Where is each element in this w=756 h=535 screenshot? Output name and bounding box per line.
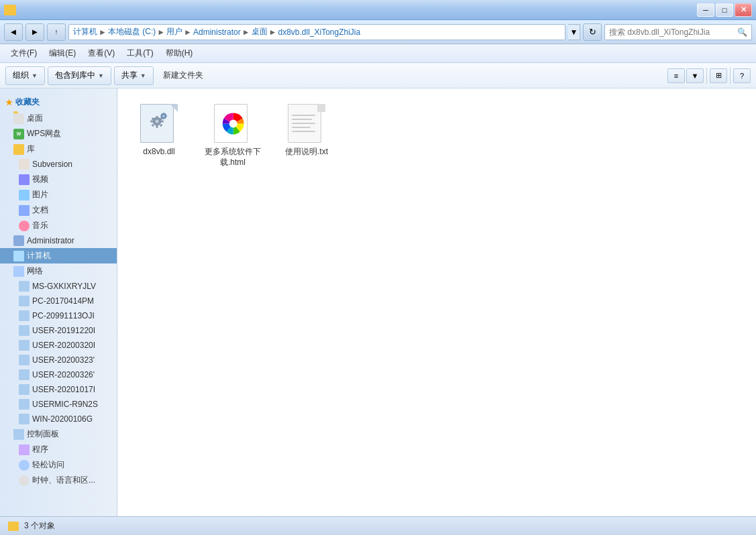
forward-button[interactable]: ► — [25, 23, 44, 41]
path-segment-admin[interactable]: Administrator — [193, 27, 241, 37]
sidebar-item-clock[interactable]: 时钟、语言和区... — [0, 473, 117, 488]
sidebar-item-control-panel[interactable]: 控制面板 — [0, 426, 117, 442]
file-item-html[interactable]: 更多系统软件下载.html — [199, 97, 266, 172]
include-library-button[interactable]: 包含到库中 ▼ — [48, 66, 111, 85]
sidebar-item-wps[interactable]: W WPS网盘 — [0, 126, 117, 141]
sidebar-item-win-2020[interactable]: WIN-20200106G — [0, 412, 117, 426]
help-button[interactable]: ? — [733, 68, 751, 83]
svg-point-11 — [163, 115, 165, 117]
file-grid: dx8vb.dll — [125, 97, 748, 172]
sidebar-item-user-20200320[interactable]: USER-20200320I — [0, 338, 117, 353]
html-icon-wrapper — [211, 101, 254, 144]
accessibility-label: 轻松访问 — [32, 459, 64, 471]
menu-view[interactable]: 查看(V) — [83, 46, 120, 61]
sidebar-item-user-20200326[interactable]: USER-20200326' — [0, 367, 117, 382]
dll-icon — [140, 103, 178, 143]
pane-toggle-button[interactable]: ⊞ — [710, 68, 727, 83]
control-panel-label: 控制面板 — [27, 428, 59, 440]
sidebar-item-docs[interactable]: 文档 — [0, 202, 117, 218]
video-label: 视频 — [32, 174, 48, 185]
txt-filename: 使用说明.txt — [285, 147, 328, 158]
video-icon — [19, 174, 30, 185]
html-filename: 更多系统软件下载.html — [205, 147, 261, 168]
docs-label: 文档 — [32, 204, 48, 216]
menu-file[interactable]: 文件(F) — [5, 46, 42, 61]
sidebar-item-user-20200323[interactable]: USER-20200323' — [0, 353, 117, 367]
share-button[interactable]: 共享 ▼ — [114, 66, 154, 85]
pc-2017-label: PC-20170414PM — [32, 296, 94, 306]
sidebar-item-video[interactable]: 视频 — [0, 172, 117, 187]
sidebar-item-pictures[interactable]: 图片 — [0, 187, 117, 202]
back-button[interactable]: ◄ — [4, 23, 23, 41]
sidebar-item-usermic[interactable]: USERMIC-R9N2S — [0, 397, 117, 412]
path-segment-computer[interactable]: 计算机 — [73, 26, 97, 38]
menu-tools[interactable]: 工具(T) — [121, 46, 158, 61]
control-panel-icon — [13, 429, 24, 440]
pc-2099-label: PC-20991113OJI — [32, 311, 95, 320]
sidebar-item-library[interactable]: 库 — [0, 141, 117, 157]
sidebar-item-pc-2099[interactable]: PC-20991113OJI — [0, 308, 117, 323]
up-button[interactable]: ↑ — [47, 23, 66, 41]
pictures-icon — [19, 190, 30, 200]
search-box[interactable]: 🔍 — [604, 24, 752, 40]
pc-icon-6 — [19, 355, 30, 365]
path-segment-drive[interactable]: 本地磁盘 (C:) — [108, 26, 156, 38]
share-dropdown-arrow: ▼ — [140, 72, 146, 79]
subversion-icon — [19, 159, 30, 170]
close-button[interactable]: ✕ — [735, 3, 752, 17]
search-input[interactable] — [609, 27, 735, 37]
menu-help[interactable]: 帮助(H) — [160, 46, 199, 61]
clock-label: 时钟、语言和区... — [32, 475, 95, 486]
title-bar: ─ □ ✕ — [0, 0, 756, 20]
sidebar-item-accessibility[interactable]: 轻松访问 — [0, 457, 117, 473]
sidebar-item-user-2019[interactable]: USER-20191220I — [0, 323, 117, 338]
menu-bar: 文件(F) 编辑(E) 查看(V) 工具(T) 帮助(H) — [0, 44, 756, 63]
status-bar: 3 个对象 — [0, 516, 756, 535]
address-dropdown-button[interactable]: ▼ — [568, 24, 580, 40]
sidebar-favorites-header[interactable]: ★ 收藏夹 — [0, 94, 117, 111]
address-path[interactable]: 计算机 ► 本地磁盘 (C:) ► 用户 ► Administrator ► 桌… — [68, 24, 565, 40]
toolbar-divider2 — [730, 68, 731, 84]
win-2020-label: WIN-20200106G — [32, 414, 93, 424]
refresh-button[interactable]: ↻ — [583, 23, 602, 41]
path-segment-folder[interactable]: dx8vb.dll_XiTongZhiJia — [278, 27, 360, 37]
organize-button[interactable]: 组织 ▼ — [5, 66, 45, 85]
path-segment-desktop[interactable]: 桌面 — [252, 26, 268, 38]
txt-fold — [317, 104, 325, 112]
maximize-button[interactable]: □ — [716, 3, 733, 17]
accessibility-icon — [19, 460, 30, 471]
organize-label: 组织 — [13, 70, 29, 81]
library-label: 库 — [27, 143, 35, 155]
clock-icon — [19, 475, 30, 486]
sidebar-item-subversion[interactable]: Subversion — [0, 157, 117, 172]
sidebar-item-music[interactable]: 音乐 — [0, 218, 117, 233]
network-label: 网络 — [27, 265, 43, 277]
sidebar-item-ms-gxk[interactable]: MS-GXKIXRYJLV — [0, 279, 117, 294]
new-folder-button[interactable]: 新建文件夹 — [156, 66, 210, 85]
dll-filename: dx8vb.dll — [143, 147, 174, 158]
minimize-button[interactable]: ─ — [697, 3, 714, 17]
title-bar-controls: ─ □ ✕ — [697, 3, 752, 17]
view-dropdown-button[interactable]: ▼ — [686, 68, 704, 83]
path-segment-users[interactable]: 用户 — [166, 26, 182, 38]
menu-edit[interactable]: 编辑(E) — [44, 46, 81, 61]
txt-lines — [292, 115, 315, 132]
pc-icon-3 — [19, 310, 30, 321]
file-item-txt[interactable]: 使用说明.txt — [273, 97, 340, 172]
library-dropdown-arrow: ▼ — [98, 72, 104, 79]
toolbar-divider — [706, 68, 707, 84]
sidebar-item-pc-2017[interactable]: PC-20170414PM — [0, 294, 117, 308]
sidebar-item-computer[interactable]: 计算机 — [0, 248, 117, 263]
network-icon — [13, 266, 24, 277]
sidebar-item-administrator[interactable]: Administrator — [0, 233, 117, 248]
svg-point-1 — [156, 120, 159, 123]
txt-icon-wrapper — [285, 101, 328, 144]
view-toggle-button[interactable]: ≡ — [667, 68, 685, 83]
sidebar-item-network[interactable]: 网络 — [0, 263, 117, 279]
file-item-dll[interactable]: dx8vb.dll — [125, 97, 193, 172]
sidebar-item-programs[interactable]: 程序 — [0, 442, 117, 457]
sidebar-item-desktop[interactable]: 桌面 — [0, 111, 117, 126]
main-area: ★ 收藏夹 桌面 W WPS网盘 库 Subversion — [0, 88, 756, 516]
sidebar-item-user-20201017[interactable]: USER-20201017I — [0, 382, 117, 397]
favorites-label: 收藏夹 — [15, 97, 40, 108]
